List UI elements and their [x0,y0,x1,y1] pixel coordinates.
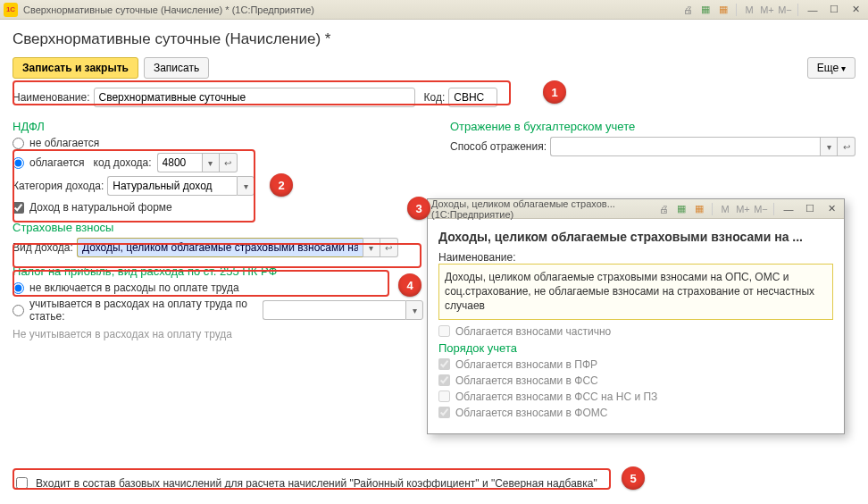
code-input[interactable] [448,88,497,107]
income-category-dropdown-button[interactable]: ▾ [237,176,255,196]
income-code-dropdown-button[interactable]: ▾ [202,153,220,172]
maximize-button[interactable]: ☐ [825,3,843,17]
calc-mplus-icon: M+ [760,3,774,17]
pfr-checkbox [438,358,450,370]
profit-tax-in-radio[interactable] [13,305,24,316]
write-button[interactable]: Записать [144,57,209,79]
profit-tax-not-label: не включается в расходы по оплате труда [29,281,239,294]
partial-tax-checkbox [438,325,450,337]
ndfl-taxed-label: облагается [29,156,85,169]
ndfl-not-taxed-radio[interactable] [13,138,24,149]
profit-tax-article-input[interactable] [263,300,405,320]
subwin-minimize-button[interactable]: — [780,202,797,216]
income-kind-input[interactable] [77,238,363,257]
ndfl-taxed-radio[interactable] [13,157,24,169]
separator [736,4,737,16]
income-kind-open-button[interactable]: ↩ [380,238,398,257]
income-code-input[interactable] [157,153,202,172]
more-button[interactable]: Еще [807,57,855,79]
natural-income-label: Доход в натуральной форме [29,201,172,214]
income-kind-dropdown-button[interactable]: ▾ [363,238,380,257]
subwin-title: Доходы, целиком облагаемые страхов... (1… [431,198,656,220]
subwin-calendar-green-icon[interactable]: ▦ [674,202,689,216]
callout-3: 3 [407,197,430,220]
accounting-way-label: Способ отражения: [450,140,547,153]
profit-tax-not-radio[interactable] [13,282,24,294]
window-title: Сверхнормативные суточные (Начисление) *… [23,4,680,15]
income-category-input[interactable] [107,176,237,196]
fss-checkbox [438,374,450,386]
accounting-section-title: Отражение в бухгалтерском учете [450,120,855,133]
insurance-section-title: Страховые взносы [13,221,423,234]
profit-tax-in-label: учитывается в расходах на оплату труда п… [29,298,254,323]
page-title: Сверхнормативные суточные (Начисление) * [13,30,855,48]
subwin-print-icon[interactable]: 🖨 [656,202,671,216]
subwin-close-button[interactable]: ✕ [822,202,840,216]
natural-income-checkbox[interactable] [13,202,24,214]
income-kind-subwindow: Доходы, целиком облагаемые страхов... (1… [427,198,845,434]
accounting-way-input[interactable] [550,137,820,156]
subwin-calendar-orange-icon[interactable]: ▦ [692,202,706,216]
ndfl-section-title: НДФЛ [13,120,423,133]
foms-checkbox [438,407,450,418]
calc-m-icon: M [742,3,756,17]
ndfl-not-taxed-label: не облагается [29,137,99,149]
name-input[interactable] [94,88,415,107]
income-kind-label: Вид дохода: [13,241,73,254]
profit-tax-note: Не учитывается в расходах на оплату труд… [13,328,423,340]
fss-ns-checkbox [438,391,450,402]
subwin-heading: Доходы, целиком облагаемые страховыми вз… [438,230,833,244]
subwin-m-icon: M [718,202,732,216]
calc-mminus-icon: M− [778,3,792,17]
profit-tax-section-title: Налог на прибыль, вид расхода по ст. 255… [13,265,423,278]
callout-1: 1 [543,80,566,104]
subwin-maximize-button[interactable]: ☐ [801,202,819,216]
close-button[interactable]: ✕ [847,3,864,17]
fss-label: Облагается взносами в ФСС [455,374,598,387]
partial-tax-label: Облагается взносами частично [455,325,611,338]
pfr-label: Облагается взносами в ПФР [455,358,597,371]
main-titlebar: 1С Сверхнормативные суточные (Начисление… [0,0,868,20]
accounting-way-dropdown-button[interactable]: ▾ [820,137,838,156]
print-icon[interactable]: 🖨 [680,3,695,17]
write-and-close-button[interactable]: Записать и закрыть [13,57,138,79]
separator [797,4,798,16]
calendar-orange-icon[interactable]: ▦ [716,3,730,17]
name-label: Наименование: [13,91,90,104]
subwin-name-label: Наименование: [438,251,516,264]
subwin-mplus-icon: M+ [736,202,750,216]
callout-4: 4 [398,273,421,297]
minimize-button[interactable]: — [804,3,822,17]
in-base-accruals-checkbox[interactable] [16,477,28,489]
accounting-way-open-button[interactable]: ↩ [838,137,855,156]
profit-tax-article-dropdown-button[interactable]: ▾ [405,300,423,320]
code-label: Код: [424,91,446,104]
subwin-mminus-icon: M− [754,202,768,216]
callout-2: 2 [270,173,293,197]
income-category-label: Категория дохода: [13,180,104,192]
income-code-open-button[interactable]: ↩ [220,153,238,172]
order-section-title: Порядок учета [438,341,833,355]
income-code-label: код дохода: [94,156,152,169]
in-base-accruals-label: Входит в состав базовых начислений для р… [36,477,597,490]
callout-5: 5 [622,466,645,490]
calendar-green-icon[interactable]: ▦ [698,3,713,17]
subwin-name-text[interactable]: Доходы, целиком облагаемые страховыми вз… [438,264,833,320]
foms-label: Облагается взносами в ФОМС [455,407,607,419]
fss-ns-label: Облагается взносами в ФСС на НС и ПЗ [455,391,657,403]
app-logo-icon: 1С [4,3,18,17]
